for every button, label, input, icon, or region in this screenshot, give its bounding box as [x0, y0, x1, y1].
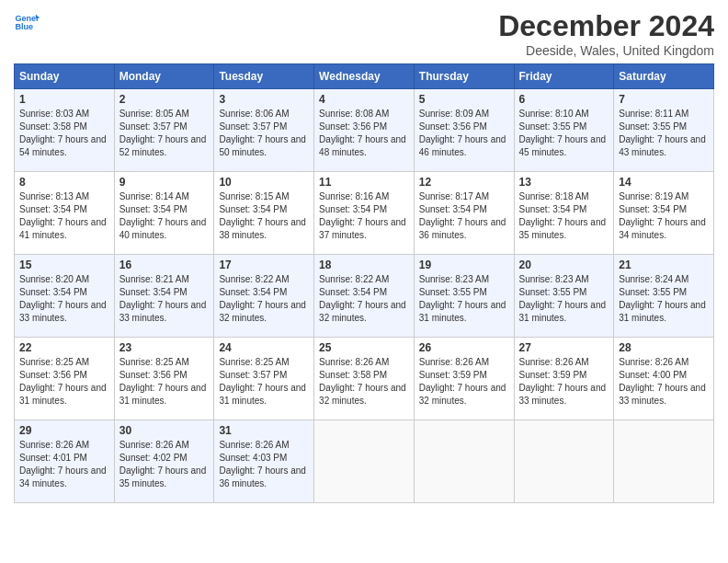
- day-info: Sunrise: 8:26 AM Sunset: 4:02 PM Dayligh…: [119, 439, 210, 490]
- day-number: 2: [119, 93, 210, 106]
- calendar-week-row: 15Sunrise: 8:20 AM Sunset: 3:54 PM Dayli…: [15, 255, 714, 338]
- day-number: 21: [619, 259, 709, 271]
- calendar-cell: [514, 420, 614, 503]
- calendar-cell: 25Sunrise: 8:26 AM Sunset: 3:58 PM Dayli…: [314, 338, 415, 420]
- day-number: 24: [219, 341, 309, 354]
- day-number: 14: [619, 176, 709, 189]
- day-info: Sunrise: 8:26 AM Sunset: 3:58 PM Dayligh…: [319, 356, 409, 408]
- day-info: Sunrise: 8:26 AM Sunset: 4:03 PM Dayligh…: [219, 439, 309, 490]
- column-header-tuesday: Tuesday: [214, 64, 314, 89]
- day-info: Sunrise: 8:10 AM Sunset: 3:55 PM Dayligh…: [519, 108, 609, 159]
- calendar-cell: 26Sunrise: 8:26 AM Sunset: 3:59 PM Dayli…: [414, 338, 514, 420]
- day-number: 23: [119, 341, 210, 354]
- day-info: Sunrise: 8:23 AM Sunset: 3:55 PM Dayligh…: [419, 273, 509, 325]
- logo-icon: General Blue: [14, 9, 40, 35]
- day-number: 13: [519, 176, 609, 189]
- calendar-cell: 29Sunrise: 8:26 AM Sunset: 4:01 PM Dayli…: [15, 420, 115, 503]
- calendar-week-row: 29Sunrise: 8:26 AM Sunset: 4:01 PM Dayli…: [15, 420, 714, 503]
- day-number: 9: [119, 176, 210, 189]
- day-number: 6: [519, 93, 609, 106]
- day-info: Sunrise: 8:17 AM Sunset: 3:54 PM Dayligh…: [419, 190, 509, 242]
- calendar-cell: 7Sunrise: 8:11 AM Sunset: 3:55 PM Daylig…: [614, 89, 714, 172]
- day-number: 11: [319, 176, 409, 189]
- day-info: Sunrise: 8:06 AM Sunset: 3:57 PM Dayligh…: [219, 108, 309, 159]
- month-title: December 2024: [498, 9, 714, 43]
- calendar-cell: 2Sunrise: 8:05 AM Sunset: 3:57 PM Daylig…: [114, 89, 214, 172]
- day-number: 27: [519, 341, 609, 354]
- day-number: 8: [19, 176, 109, 189]
- calendar-cell: 10Sunrise: 8:15 AM Sunset: 3:54 PM Dayli…: [214, 172, 314, 255]
- day-number: 29: [19, 424, 109, 437]
- day-number: 16: [119, 259, 210, 271]
- day-info: Sunrise: 8:25 AM Sunset: 3:56 PM Dayligh…: [119, 356, 210, 408]
- day-number: 5: [419, 93, 509, 106]
- calendar-cell: 28Sunrise: 8:26 AM Sunset: 4:00 PM Dayli…: [614, 338, 714, 420]
- calendar-cell: 8Sunrise: 8:13 AM Sunset: 3:54 PM Daylig…: [15, 172, 115, 255]
- day-info: Sunrise: 8:22 AM Sunset: 3:54 PM Dayligh…: [219, 273, 309, 325]
- day-info: Sunrise: 8:22 AM Sunset: 3:54 PM Dayligh…: [319, 273, 409, 325]
- column-header-monday: Monday: [114, 64, 214, 89]
- day-info: Sunrise: 8:18 AM Sunset: 3:54 PM Dayligh…: [519, 190, 609, 242]
- calendar-cell: 20Sunrise: 8:23 AM Sunset: 3:55 PM Dayli…: [514, 255, 614, 338]
- day-number: 28: [619, 341, 709, 354]
- day-info: Sunrise: 8:24 AM Sunset: 3:55 PM Dayligh…: [619, 273, 709, 325]
- column-header-wednesday: Wednesday: [314, 64, 415, 89]
- calendar-week-row: 1Sunrise: 8:03 AM Sunset: 3:58 PM Daylig…: [15, 89, 714, 172]
- day-number: 19: [419, 259, 509, 271]
- svg-text:Blue: Blue: [15, 22, 33, 31]
- day-info: Sunrise: 8:05 AM Sunset: 3:57 PM Dayligh…: [119, 108, 210, 159]
- calendar-cell: 24Sunrise: 8:25 AM Sunset: 3:57 PM Dayli…: [214, 338, 314, 420]
- calendar-week-row: 8Sunrise: 8:13 AM Sunset: 3:54 PM Daylig…: [15, 172, 714, 255]
- calendar-cell: 19Sunrise: 8:23 AM Sunset: 3:55 PM Dayli…: [414, 255, 514, 338]
- day-info: Sunrise: 8:26 AM Sunset: 4:01 PM Dayligh…: [19, 439, 109, 490]
- calendar-cell: 22Sunrise: 8:25 AM Sunset: 3:56 PM Dayli…: [15, 338, 115, 420]
- calendar-cell: [414, 420, 514, 503]
- calendar-cell: 21Sunrise: 8:24 AM Sunset: 3:55 PM Dayli…: [614, 255, 714, 338]
- calendar-week-row: 22Sunrise: 8:25 AM Sunset: 3:56 PM Dayli…: [15, 338, 714, 420]
- day-number: 15: [19, 259, 109, 271]
- calendar-cell: 5Sunrise: 8:09 AM Sunset: 3:56 PM Daylig…: [414, 89, 514, 172]
- column-header-saturday: Saturday: [614, 64, 714, 89]
- day-number: 4: [319, 93, 409, 106]
- logo: General Blue: [14, 9, 40, 35]
- calendar-table: SundayMondayTuesdayWednesdayThursdayFrid…: [14, 63, 714, 503]
- day-number: 26: [419, 341, 509, 354]
- calendar-cell: 3Sunrise: 8:06 AM Sunset: 3:57 PM Daylig…: [214, 89, 314, 172]
- day-info: Sunrise: 8:26 AM Sunset: 3:59 PM Dayligh…: [419, 356, 509, 408]
- calendar-cell: 15Sunrise: 8:20 AM Sunset: 3:54 PM Dayli…: [15, 255, 115, 338]
- calendar-cell: 23Sunrise: 8:25 AM Sunset: 3:56 PM Dayli…: [114, 338, 214, 420]
- day-number: 12: [419, 176, 509, 189]
- calendar-cell: 12Sunrise: 8:17 AM Sunset: 3:54 PM Dayli…: [414, 172, 514, 255]
- calendar-cell: 31Sunrise: 8:26 AM Sunset: 4:03 PM Dayli…: [214, 420, 314, 503]
- day-number: 3: [219, 93, 309, 106]
- day-number: 17: [219, 259, 309, 271]
- column-header-friday: Friday: [514, 64, 614, 89]
- day-info: Sunrise: 8:16 AM Sunset: 3:54 PM Dayligh…: [319, 190, 409, 242]
- day-info: Sunrise: 8:13 AM Sunset: 3:54 PM Dayligh…: [19, 190, 109, 242]
- column-header-sunday: Sunday: [15, 64, 115, 89]
- day-info: Sunrise: 8:08 AM Sunset: 3:56 PM Dayligh…: [319, 108, 409, 159]
- calendar-cell: 30Sunrise: 8:26 AM Sunset: 4:02 PM Dayli…: [114, 420, 214, 503]
- title-area: December 2024 Deeside, Wales, United Kin…: [498, 9, 714, 58]
- calendar-cell: 13Sunrise: 8:18 AM Sunset: 3:54 PM Dayli…: [514, 172, 614, 255]
- column-header-thursday: Thursday: [414, 64, 514, 89]
- day-info: Sunrise: 8:03 AM Sunset: 3:58 PM Dayligh…: [19, 108, 109, 159]
- calendar-cell: 11Sunrise: 8:16 AM Sunset: 3:54 PM Dayli…: [314, 172, 415, 255]
- day-info: Sunrise: 8:26 AM Sunset: 3:59 PM Dayligh…: [519, 356, 609, 408]
- day-info: Sunrise: 8:21 AM Sunset: 3:54 PM Dayligh…: [119, 273, 210, 325]
- calendar-header-row: SundayMondayTuesdayWednesdayThursdayFrid…: [15, 64, 714, 89]
- calendar-cell: [614, 420, 714, 503]
- day-number: 22: [19, 341, 109, 354]
- calendar-cell: 27Sunrise: 8:26 AM Sunset: 3:59 PM Dayli…: [514, 338, 614, 420]
- day-info: Sunrise: 8:25 AM Sunset: 3:56 PM Dayligh…: [19, 356, 109, 408]
- day-number: 1: [19, 93, 109, 106]
- calendar-cell: 6Sunrise: 8:10 AM Sunset: 3:55 PM Daylig…: [514, 89, 614, 172]
- day-number: 25: [319, 341, 409, 354]
- calendar-cell: 9Sunrise: 8:14 AM Sunset: 3:54 PM Daylig…: [114, 172, 214, 255]
- day-info: Sunrise: 8:26 AM Sunset: 4:00 PM Dayligh…: [619, 356, 709, 408]
- day-number: 31: [219, 424, 309, 437]
- calendar-cell: 14Sunrise: 8:19 AM Sunset: 3:54 PM Dayli…: [614, 172, 714, 255]
- day-number: 18: [319, 259, 409, 271]
- day-info: Sunrise: 8:19 AM Sunset: 3:54 PM Dayligh…: [619, 190, 709, 242]
- calendar-cell: 4Sunrise: 8:08 AM Sunset: 3:56 PM Daylig…: [314, 89, 415, 172]
